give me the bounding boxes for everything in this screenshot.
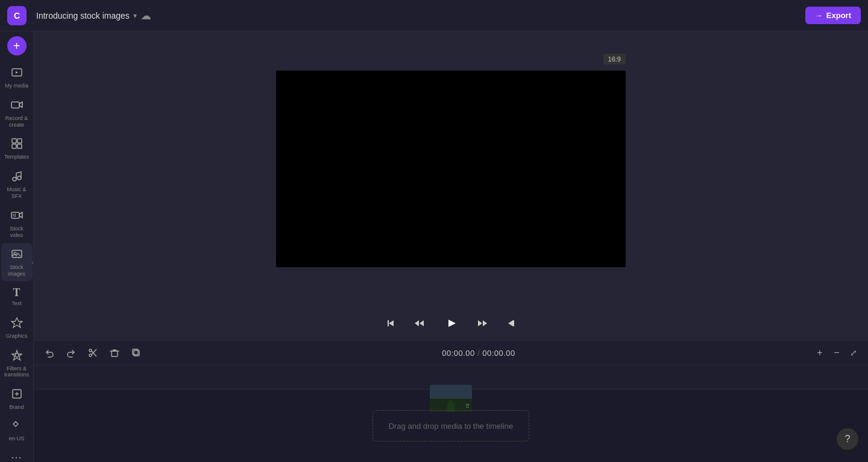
- sidebar-item-stock-video[interactable]: Stock video: [1, 204, 33, 242]
- svg-point-18: [89, 354, 92, 356]
- graphics-icon: [11, 317, 23, 331]
- fit-timeline-button[interactable]: ⤢: [846, 346, 861, 360]
- timeline-timecode: 00:00.00 / 00:00.00: [442, 349, 515, 358]
- stock-video-label: Stock video: [4, 226, 30, 239]
- video-canvas: [276, 71, 626, 267]
- templates-label: Templates: [4, 154, 29, 160]
- graphics-label: Graphics: [5, 333, 27, 340]
- topbar-actions: → Export: [805, 7, 861, 24]
- zoom-in-button[interactable]: +: [813, 346, 827, 360]
- timeline-content: ⠿ Drag and drop media to the timeline: [34, 390, 868, 462]
- feature-flags-icon: ···: [11, 452, 22, 462]
- sidebar-item-filters-transitions[interactable]: Filters & transitions: [1, 344, 33, 382]
- svg-marker-13: [11, 318, 22, 328]
- title-area: Introducing stock images ▾ ☁: [36, 9, 805, 22]
- svg-rect-2: [12, 139, 16, 143]
- svg-point-7: [17, 176, 21, 180]
- sidebar-item-stock-images[interactable]: Stock images ›: [1, 243, 33, 281]
- duplicate-button[interactable]: [128, 344, 145, 361]
- fast-forward-button[interactable]: [474, 315, 491, 332]
- play-button[interactable]: [440, 312, 462, 334]
- sidebar-bottom: en-US ··· Feature Flags: [0, 416, 33, 462]
- aspect-ratio-badge: 16:9: [603, 54, 626, 65]
- export-label: Export: [826, 11, 851, 20]
- zoom-out-button[interactable]: −: [829, 346, 844, 360]
- svg-point-19: [89, 349, 92, 352]
- my-media-label: My media: [5, 83, 28, 89]
- help-button[interactable]: ?: [837, 428, 858, 450]
- text-icon: T: [13, 287, 20, 298]
- topbar: C Introducing stock images ▾ ☁ → Export: [0, 0, 868, 31]
- filters-transitions-icon: [11, 349, 23, 363]
- record-create-icon: [11, 99, 23, 113]
- sidebar-item-feature-flags[interactable]: ··· Feature Flags: [1, 447, 33, 462]
- thumbnail-drag-icon: ⠿: [465, 403, 470, 410]
- stock-video-icon: [11, 209, 23, 223]
- stock-images-icon: [11, 248, 23, 262]
- svg-point-15: [15, 353, 19, 357]
- timeline-area: ⠿ Drag and drop media to the timeline: [34, 365, 868, 462]
- current-time: 00:00.00: [442, 349, 475, 358]
- locale-icon: [11, 420, 22, 433]
- my-media-icon: [11, 66, 23, 80]
- locale-label: en-US: [9, 435, 25, 442]
- brand-label: Brand: [9, 404, 24, 411]
- sidebar-item-locale[interactable]: en-US: [1, 416, 33, 446]
- title-chevron-icon[interactable]: ▾: [133, 11, 137, 20]
- playback-bar: [34, 306, 868, 340]
- sidebar-item-brand[interactable]: Brand: [1, 383, 33, 414]
- cloud-save-icon: ☁: [140, 9, 151, 22]
- sidebar-item-templates[interactable]: Templates: [1, 133, 33, 164]
- video-wrapper: 16:9: [276, 71, 626, 267]
- sidebar-expand-icon: ›: [31, 259, 33, 265]
- templates-icon: [11, 138, 23, 151]
- media-thumbnail-preview: ⠿: [430, 385, 472, 412]
- svg-marker-17: [13, 422, 18, 426]
- svg-rect-1: [11, 102, 19, 108]
- music-sfx-label: Music & SFX: [4, 186, 30, 200]
- time-separator: /: [477, 349, 482, 358]
- svg-rect-4: [12, 144, 16, 148]
- sidebar-item-my-media[interactable]: My media: [1, 62, 33, 93]
- export-arrow-icon: →: [815, 11, 823, 20]
- cut-button[interactable]: [84, 344, 101, 361]
- svg-point-6: [13, 177, 16, 181]
- add-media-button[interactable]: +: [7, 36, 27, 55]
- sidebar-item-record-create[interactable]: Record & create: [1, 94, 33, 132]
- export-button[interactable]: → Export: [805, 7, 861, 24]
- skip-to-start-button[interactable]: [382, 315, 399, 332]
- svg-rect-5: [17, 144, 22, 148]
- brand-icon: [11, 388, 23, 402]
- sidebar-item-text[interactable]: T Text: [1, 282, 33, 311]
- main-area: 16:9: [34, 31, 868, 462]
- undo-button[interactable]: [41, 344, 58, 361]
- sidebar-item-graphics[interactable]: Graphics: [1, 312, 33, 343]
- record-create-label: Record & create: [5, 115, 28, 128]
- total-time: 00:00.00: [482, 349, 515, 358]
- help-icon: ?: [845, 434, 851, 445]
- text-label: Text: [11, 300, 22, 307]
- preview-area: 16:9: [34, 31, 868, 306]
- sidebar: + My media Record & create Templates Mus…: [0, 31, 34, 462]
- timeline-drop-zone[interactable]: Drag and drop media to the timeline: [373, 410, 529, 441]
- stock-images-label: Stock images: [4, 264, 30, 277]
- delete-button[interactable]: [106, 344, 123, 361]
- sidebar-item-music-sfx[interactable]: Music & SFX: [1, 165, 33, 203]
- app-logo: C: [7, 6, 27, 25]
- music-sfx-icon: [11, 170, 23, 184]
- filters-transitions-label: Filters & transitions: [4, 365, 29, 379]
- timeline-toolbar: 00:00.00 / 00:00.00 + − ⤢: [34, 340, 868, 365]
- project-title: Introducing stock images: [36, 11, 130, 21]
- rewind-button[interactable]: [411, 315, 428, 332]
- zoom-controls: + − ⤢: [813, 346, 861, 360]
- svg-marker-14: [12, 350, 22, 360]
- skip-to-end-button[interactable]: [503, 315, 520, 332]
- drag-drop-message: Drag and drop media to the timeline: [389, 422, 514, 431]
- svg-rect-20: [112, 351, 118, 356]
- svg-rect-3: [17, 139, 22, 143]
- redo-button[interactable]: [63, 344, 80, 361]
